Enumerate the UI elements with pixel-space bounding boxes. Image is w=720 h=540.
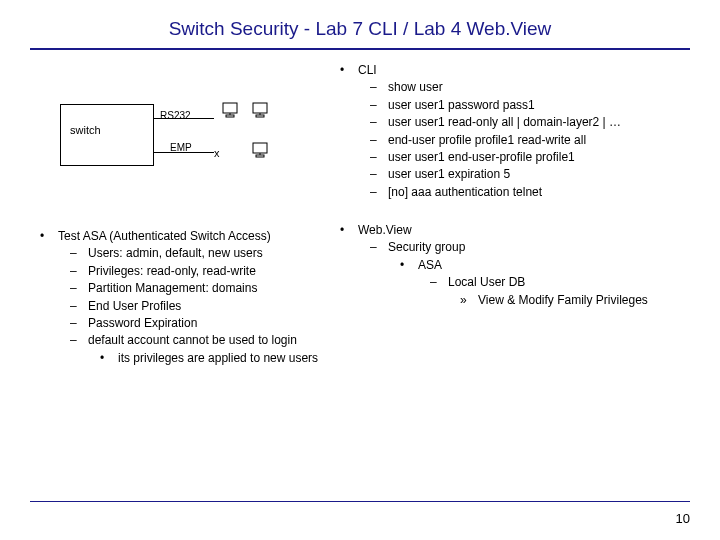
asa-heading: Test ASA (Authenticated Switch Access)	[40, 228, 340, 245]
webview-item: ASA	[400, 257, 648, 274]
emp-cross-icon: x	[214, 147, 220, 159]
cli-heading: CLI	[340, 62, 621, 79]
svg-rect-3	[253, 103, 267, 113]
terminal-icon	[250, 140, 270, 160]
terminal-icon	[220, 100, 240, 120]
asa-item: Users: admin, default, new users	[70, 245, 340, 262]
slide-title: Switch Security - Lab 7 CLI / Lab 4 Web.…	[0, 0, 720, 48]
cli-item: user user1 password pass1	[370, 97, 621, 114]
rs232-label: RS232	[160, 110, 191, 121]
svg-rect-4	[256, 115, 264, 117]
cli-list: CLI show user user user1 password pass1 …	[340, 62, 621, 201]
svg-rect-6	[253, 143, 267, 153]
footer-rule	[30, 501, 690, 502]
asa-subitem: its privileges are applied to new users	[100, 350, 340, 367]
cli-item: show user	[370, 79, 621, 96]
cli-item: end-user profile profile1 read-write all	[370, 132, 621, 149]
webview-item: Security group	[370, 239, 648, 256]
svg-rect-0	[223, 103, 237, 113]
cli-item: user user1 read-only all | domain-layer2…	[370, 114, 621, 131]
asa-item: Password Expiration	[70, 315, 340, 332]
asa-item: End User Profiles	[70, 298, 340, 315]
switch-label: switch	[70, 124, 101, 136]
cli-item: user user1 expiration 5	[370, 166, 621, 183]
asa-item: default account cannot be used to login	[70, 332, 340, 349]
svg-rect-7	[256, 155, 264, 157]
asa-item: Partition Management: domains	[70, 280, 340, 297]
asa-list: Test ASA (Authenticated Switch Access) U…	[40, 228, 340, 367]
svg-rect-1	[226, 115, 234, 117]
webview-item: View & Modify Family Privileges	[460, 292, 648, 309]
terminal-icon	[250, 100, 270, 120]
emp-line	[154, 152, 214, 153]
webview-item: Local User DB	[430, 274, 648, 291]
network-diagram: switch RS232 EMP x	[60, 98, 320, 188]
webview-list: Web.View Security group ASA Local User D…	[340, 222, 648, 309]
asa-item: Privileges: read-only, read-write	[70, 263, 340, 280]
slide-content: switch RS232 EMP x CLI show user user us…	[0, 50, 720, 70]
rs232-line	[154, 118, 214, 119]
cli-item: user user1 end-user-profile profile1	[370, 149, 621, 166]
page-number: 10	[676, 511, 690, 526]
cli-item: [no] aaa authentication telnet	[370, 184, 621, 201]
webview-heading: Web.View	[340, 222, 648, 239]
